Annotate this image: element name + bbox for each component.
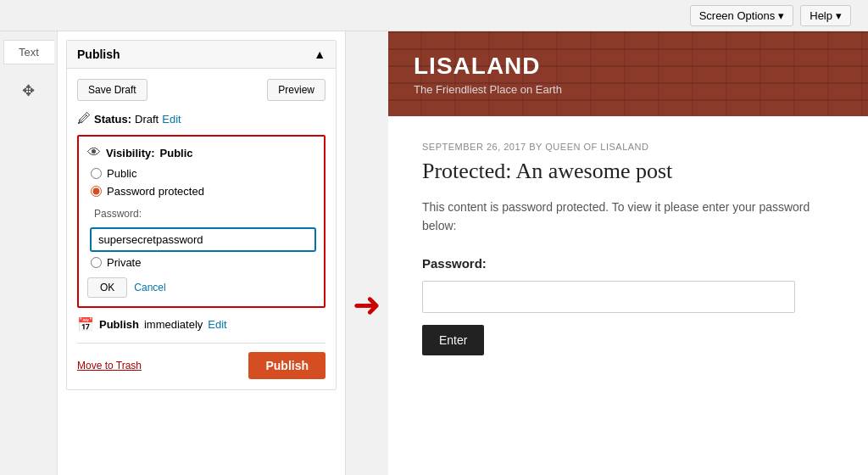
- main-layout: Text ✥ Publish ▲ Save Draft Preview: [0, 31, 868, 475]
- radio-private-label: Private: [107, 256, 141, 269]
- blog-header: LISALAND The Friendliest Place on Earth: [388, 31, 868, 116]
- save-draft-button[interactable]: Save Draft: [77, 79, 147, 101]
- help-button[interactable]: Help ▾: [800, 5, 851, 26]
- publish-box-header: Publish ▲: [67, 41, 336, 69]
- post-content: September 26, 2017 by Queen of Lisaland …: [388, 116, 868, 475]
- editor-area: Publish ▲ Save Draft Preview 🖉 Status: D…: [58, 31, 346, 475]
- publish-button[interactable]: Publish: [248, 352, 326, 379]
- radio-password[interactable]: Password protected: [91, 185, 315, 198]
- eye-icon: 👁: [87, 145, 101, 160]
- visibility-actions: OK Cancel: [87, 277, 315, 298]
- radio-public[interactable]: Public: [91, 167, 315, 180]
- red-arrow-icon: ➜: [353, 285, 381, 324]
- preview-password-label: Password:: [422, 256, 834, 271]
- publish-time-row: 📅 Publish immediately Edit: [77, 316, 326, 332]
- arrow-section: ➜: [346, 31, 388, 475]
- screen-options-button[interactable]: Screen Options ▾: [690, 5, 794, 26]
- cancel-button[interactable]: Cancel: [134, 282, 165, 293]
- status-label: Status:: [94, 113, 131, 126]
- publish-edit-link[interactable]: Edit: [208, 318, 226, 331]
- post-description: This content is password protected. To v…: [422, 198, 834, 236]
- publish-footer: Move to Trash Publish: [77, 343, 326, 379]
- visibility-label: Visibility:: [106, 147, 155, 159]
- status-icon: 🖉: [77, 111, 91, 126]
- radio-private[interactable]: Private: [91, 256, 315, 269]
- visibility-header: 👁 Visibility: Public: [87, 145, 315, 160]
- radio-password-label: Password protected: [107, 185, 204, 198]
- text-tab[interactable]: Text: [3, 40, 54, 64]
- post-title: Protected: An awesome post: [422, 159, 834, 184]
- publish-box: Publish ▲ Save Draft Preview 🖉 Status: D…: [66, 40, 337, 390]
- calendar-icon: 📅: [77, 316, 94, 332]
- preview-password-input[interactable]: [422, 281, 795, 313]
- collapse-icon[interactable]: ▲: [314, 48, 326, 61]
- move-to-trash-link[interactable]: Move to Trash: [77, 360, 142, 372]
- help-dropdown-icon: ▾: [836, 9, 842, 22]
- radio-private-input[interactable]: [91, 257, 102, 268]
- publish-box-body: Save Draft Preview 🖉 Status: Draft Edit …: [67, 69, 336, 389]
- move-icon[interactable]: ✥: [22, 81, 35, 100]
- status-row: 🖉 Status: Draft Edit: [77, 111, 326, 126]
- blog-title: LISALAND: [414, 53, 843, 80]
- radio-group: Public Password protected Password: Priv…: [91, 167, 315, 269]
- post-meta: September 26, 2017 by Queen of Lisaland: [422, 142, 834, 152]
- ok-button[interactable]: OK: [87, 277, 127, 298]
- visibility-value: Public: [160, 147, 193, 159]
- publish-box-title: Publish: [77, 48, 120, 61]
- preview-button[interactable]: Preview: [267, 79, 326, 101]
- move-glyph: ✥: [22, 82, 35, 99]
- blog-subtitle: The Friendliest Place on Earth: [414, 83, 843, 96]
- status-value: Draft: [135, 113, 159, 126]
- draft-actions: Save Draft Preview: [77, 79, 326, 101]
- immediately-label: immediately: [144, 318, 203, 331]
- top-bar: Screen Options ▾ Help ▾: [0, 0, 868, 31]
- visibility-section: 👁 Visibility: Public Public: [77, 135, 326, 308]
- radio-public-label: Public: [107, 167, 136, 180]
- password-field[interactable]: [91, 228, 315, 251]
- screen-options-label: Screen Options: [699, 9, 776, 22]
- status-edit-link[interactable]: Edit: [162, 113, 181, 126]
- left-sidebar: Text ✥: [0, 31, 58, 475]
- enter-button[interactable]: Enter: [422, 325, 484, 355]
- preview-panel: LISALAND The Friendliest Place on Earth …: [388, 31, 868, 475]
- screen-options-dropdown-icon: ▾: [778, 9, 784, 22]
- radio-public-input[interactable]: [91, 168, 102, 179]
- help-label: Help: [810, 9, 832, 22]
- publish-label: Publish: [99, 318, 139, 331]
- password-field-label: Password:: [94, 208, 315, 220]
- radio-password-input[interactable]: [91, 186, 102, 197]
- text-tab-label: Text: [19, 46, 39, 59]
